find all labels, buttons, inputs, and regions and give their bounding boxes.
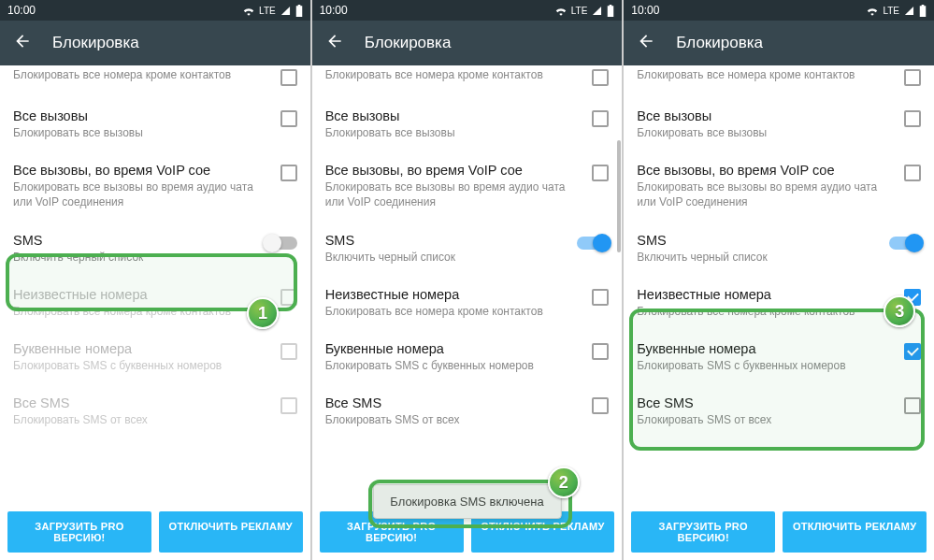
- sms-switch[interactable]: [577, 237, 609, 250]
- checkbox[interactable]: [592, 110, 609, 127]
- row-sms[interactable]: SMSВключить черный список: [312, 222, 623, 276]
- row-alpha[interactable]: Буквенные номераБлокировать SMS с буквен…: [312, 330, 623, 384]
- list: Блокировать все номера кроме контактов В…: [312, 65, 623, 504]
- wifi-icon: [242, 6, 255, 16]
- row-sms[interactable]: SMSВключить черный список: [0, 222, 310, 276]
- row-unknown[interactable]: Неизвестные номераБлокировать все номера…: [624, 276, 934, 330]
- checkbox[interactable]: [904, 69, 921, 86]
- signal-icon: [280, 6, 292, 16]
- checkbox[interactable]: [592, 289, 609, 306]
- status-bar: 10:00 LTE: [624, 0, 934, 21]
- battery-icon: [919, 5, 927, 17]
- checkbox[interactable]: [592, 69, 609, 86]
- app-bar: Блокировка: [624, 21, 934, 65]
- status-right: LTE: [554, 5, 615, 17]
- row-alpha[interactable]: Буквенные номераБлокировать SMS с буквен…: [624, 330, 934, 384]
- status-right: LTE: [866, 5, 927, 17]
- checkbox[interactable]: [904, 289, 921, 306]
- checkbox[interactable]: [280, 110, 297, 127]
- status-net: LTE: [883, 6, 899, 16]
- row-unknown[interactable]: Неизвестные номераБлокировать все номера…: [312, 276, 623, 330]
- status-net: LTE: [571, 6, 588, 16]
- status-time: 10:00: [320, 4, 348, 17]
- footer: ЗАГРУЗИТЬ PRO ВЕРСИЮ! ОТКЛЮЧИТЬ РЕКЛАМУ: [0, 504, 310, 560]
- checkbox: [280, 397, 297, 414]
- back-icon[interactable]: [325, 32, 344, 54]
- checkbox[interactable]: [904, 110, 921, 127]
- row-all-sms: Все SMSБлокировать SMS от всех: [0, 384, 310, 438]
- signal-icon: [591, 6, 603, 16]
- signal-icon: [903, 6, 915, 16]
- btn-pro[interactable]: ЗАГРУЗИТЬ PRO ВЕРСИЮ!: [631, 511, 775, 553]
- checkbox[interactable]: [592, 343, 609, 360]
- appbar-title: Блокировка: [676, 34, 763, 52]
- battery-icon: [607, 5, 614, 17]
- app-bar: Блокировка: [0, 21, 310, 65]
- row-alpha: Буквенные номераБлокировать SMS с буквен…: [0, 330, 310, 384]
- sms-switch[interactable]: [889, 237, 921, 250]
- row-sms[interactable]: SMSВключить черный список: [624, 222, 934, 276]
- row-voip[interactable]: Все вызовы, во время VoIP соеБлокировать…: [312, 151, 623, 221]
- row-prev[interactable]: Блокировать все номера кроме контактов: [624, 65, 934, 97]
- row-all-calls[interactable]: Все вызовыБлокировать все вызовы: [624, 97, 934, 151]
- status-bar: 10:00 LTE: [0, 0, 310, 21]
- status-time: 10:00: [7, 4, 36, 17]
- checkbox[interactable]: [904, 343, 921, 360]
- screen-3: 10:00 LTE Блокировка Блокировать все ном…: [624, 0, 934, 560]
- toast: Блокировка SMS включена: [372, 484, 561, 519]
- back-icon[interactable]: [13, 32, 32, 54]
- checkbox[interactable]: [592, 165, 609, 181]
- wifi-icon: [554, 6, 568, 16]
- row-unknown: Неизвестные номераБлокировать все номера…: [0, 276, 310, 330]
- screen-1: 10:00 LTE Блокировка Блокировать все ном…: [0, 0, 310, 560]
- wifi-icon: [866, 6, 879, 16]
- checkbox[interactable]: [904, 397, 921, 414]
- appbar-title: Блокировка: [52, 34, 139, 52]
- sms-switch[interactable]: [266, 237, 297, 250]
- list: Блокировать все номера кроме контактов В…: [0, 65, 310, 504]
- checkbox: [280, 289, 297, 306]
- btn-ads[interactable]: ОТКЛЮЧИТЬ РЕКЛАМУ: [783, 511, 927, 553]
- row-voip[interactable]: Все вызовы, во время VoIP соеБлокировать…: [624, 151, 934, 221]
- back-icon[interactable]: [637, 32, 655, 54]
- row-all-sms[interactable]: Все SMSБлокировать SMS от всех: [624, 384, 934, 438]
- btn-ads[interactable]: ОТКЛЮЧИТЬ РЕКЛАМУ: [159, 511, 303, 553]
- row-prev[interactable]: Блокировать все номера кроме контактов: [0, 65, 310, 97]
- row-all-sms[interactable]: Все SMSБлокировать SMS от всех: [312, 384, 623, 438]
- checkbox[interactable]: [904, 165, 921, 181]
- appbar-title: Блокировка: [365, 34, 452, 52]
- screen-2: 10:00 LTE Блокировка Блокировать все ном…: [312, 0, 623, 560]
- status-net: LTE: [259, 6, 276, 16]
- btn-pro[interactable]: ЗАГРУЗИТЬ PRO ВЕРСИЮ!: [7, 511, 151, 553]
- app-bar: Блокировка: [312, 21, 623, 65]
- status-right: LTE: [242, 5, 303, 17]
- footer: ЗАГРУЗИТЬ PRO ВЕРСИЮ! ОТКЛЮЧИТЬ РЕКЛАМУ: [624, 504, 934, 560]
- row-all-calls[interactable]: Все вызовыБлокировать все вызовы: [0, 97, 310, 151]
- row-all-calls[interactable]: Все вызовыБлокировать все вызовы: [312, 97, 623, 151]
- checkbox: [280, 343, 297, 360]
- list: Блокировать все номера кроме контактов В…: [624, 65, 934, 504]
- checkbox[interactable]: [592, 397, 609, 414]
- checkbox[interactable]: [280, 69, 297, 86]
- checkbox[interactable]: [280, 165, 297, 181]
- status-bar: 10:00 LTE: [312, 0, 623, 21]
- battery-icon: [295, 5, 303, 17]
- row-prev[interactable]: Блокировать все номера кроме контактов: [312, 65, 623, 97]
- status-time: 10:00: [631, 4, 659, 17]
- row-voip[interactable]: Все вызовы, во время VoIP соеБлокировать…: [0, 151, 310, 221]
